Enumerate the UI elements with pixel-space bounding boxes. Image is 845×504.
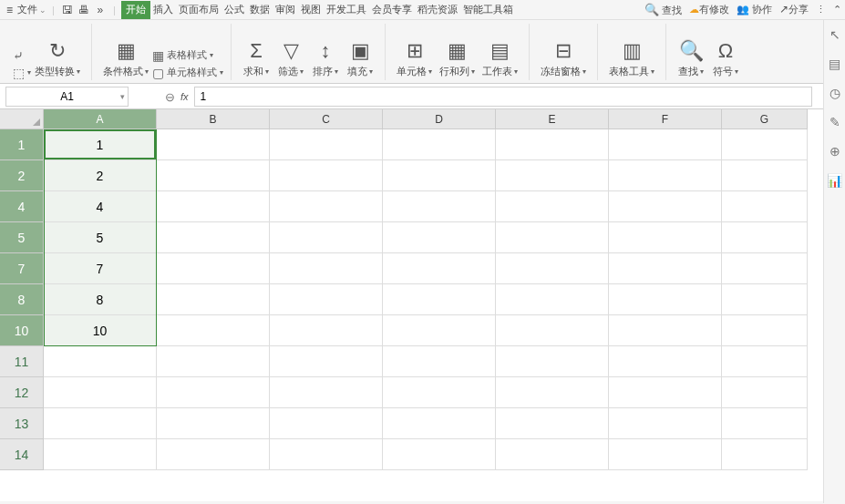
collab-button[interactable]: 👥 协作 <box>737 3 772 16</box>
cell-D10[interactable] <box>383 315 496 346</box>
tab-页面布局[interactable]: 页面布局 <box>176 1 222 19</box>
select-all-corner[interactable] <box>0 109 44 129</box>
row-header-10[interactable]: 10 <box>0 315 44 346</box>
cell-F8[interactable] <box>609 284 722 315</box>
cell-F1[interactable] <box>609 129 722 160</box>
row-header-14[interactable]: 14 <box>0 439 44 470</box>
cell-D1[interactable] <box>383 129 496 160</box>
cell-D11[interactable] <box>383 346 496 377</box>
cell-B14[interactable] <box>157 439 270 470</box>
cell-A4[interactable]: 4 <box>44 191 157 222</box>
row-header-7[interactable]: 7 <box>0 253 44 284</box>
col-header-B[interactable]: B <box>157 109 270 129</box>
cell-B10[interactable] <box>157 315 270 346</box>
cell-B11[interactable] <box>157 346 270 377</box>
cell-A7[interactable]: 7 <box>44 253 157 284</box>
tab-开发工具[interactable]: 开发工具 <box>324 1 369 19</box>
tab-会员专享[interactable]: 会员专享 <box>369 1 415 19</box>
cell-E13[interactable] <box>496 408 609 439</box>
row-header-4[interactable]: 4 <box>0 191 44 222</box>
cell-C5[interactable] <box>270 222 383 253</box>
cell-G5[interactable] <box>722 222 808 253</box>
tab-插入[interactable]: 插入 <box>150 1 176 19</box>
tab-审阅[interactable]: 审阅 <box>273 1 298 19</box>
col-header-F[interactable]: F <box>609 109 722 129</box>
cell-F10[interactable] <box>609 315 722 346</box>
globe-icon[interactable]: ⊕ <box>830 144 840 159</box>
cell-C8[interactable] <box>270 284 383 315</box>
cell-A10[interactable]: 10 <box>44 315 157 346</box>
find-button[interactable]: 🔍查找▾ <box>674 26 708 80</box>
chevron-down-icon[interactable]: ▾ <box>120 92 125 101</box>
name-box[interactable]: A1▾ <box>5 87 129 107</box>
cell-F5[interactable] <box>609 222 722 253</box>
cell-B13[interactable] <box>157 408 270 439</box>
sum-button[interactable]: Σ求和▾ <box>239 26 273 80</box>
col-header-D[interactable]: D <box>383 109 496 129</box>
cell-F11[interactable] <box>609 346 722 377</box>
cell-E7[interactable] <box>496 253 609 284</box>
cell-D14[interactable] <box>383 439 496 470</box>
type-convert-button[interactable]: ↻ 类型转换▾ <box>31 26 84 80</box>
cell-C13[interactable] <box>270 408 383 439</box>
cell-B7[interactable] <box>157 253 270 284</box>
cell-C2[interactable] <box>270 160 383 191</box>
rowcol-button[interactable]: ▦行和列▾ <box>436 26 479 80</box>
cell-G2[interactable] <box>722 160 808 191</box>
cell-E2[interactable] <box>496 160 609 191</box>
save-icon[interactable]: 🖫 <box>60 3 75 17</box>
cell-F2[interactable] <box>609 160 722 191</box>
tab-智能工具箱[interactable]: 智能工具箱 <box>460 1 516 19</box>
file-menu[interactable]: 文件 <box>17 3 37 16</box>
cond-format-button[interactable]: ▦ 条件格式▾ <box>99 26 152 80</box>
cell-E5[interactable] <box>496 222 609 253</box>
freeze-button[interactable]: ⊟冻结窗格▾ <box>537 26 590 80</box>
cell-B2[interactable] <box>157 160 270 191</box>
col-header-E[interactable]: E <box>496 109 609 129</box>
haschanges-label[interactable]: ☁有修改 <box>689 3 729 16</box>
cell-C14[interactable] <box>270 439 383 470</box>
row-header-5[interactable]: 5 <box>0 222 44 253</box>
cell-G11[interactable] <box>722 346 808 377</box>
cell-F14[interactable] <box>609 439 722 470</box>
fill-button[interactable]: ▣填充▾ <box>343 26 377 80</box>
search-button[interactable]: 🔍 查找 <box>644 3 682 17</box>
panel-icon[interactable]: ▤ <box>829 57 840 71</box>
tab-开始[interactable]: 开始 <box>121 1 150 19</box>
tab-稻壳资源[interactable]: 稻壳资源 <box>415 1 460 19</box>
cell-A12[interactable] <box>44 377 157 408</box>
cell-B1[interactable] <box>157 129 270 160</box>
sort-button[interactable]: ↕排序▾ <box>308 26 343 80</box>
table-style-button[interactable]: ▦表格样式▾ <box>152 48 223 63</box>
cell-A5[interactable]: 5 <box>44 222 157 253</box>
chart-icon[interactable]: 📊 <box>827 173 842 188</box>
cell-D13[interactable] <box>383 408 496 439</box>
cell-C1[interactable] <box>270 129 383 160</box>
hamburger-icon[interactable]: ≡ <box>4 4 15 16</box>
more-icon[interactable]: » <box>93 3 108 17</box>
cell-B12[interactable] <box>157 377 270 408</box>
row-header-13[interactable]: 13 <box>0 408 44 439</box>
cell-G12[interactable] <box>722 377 808 408</box>
tab-数据[interactable]: 数据 <box>247 1 273 19</box>
cell-E11[interactable] <box>496 346 609 377</box>
cell-G8[interactable] <box>722 284 808 315</box>
cell-F12[interactable] <box>609 377 722 408</box>
cell-A8[interactable]: 8 <box>44 284 157 315</box>
formula-input[interactable]: 1 <box>194 87 812 107</box>
cell-D2[interactable] <box>383 160 496 191</box>
cell-A13[interactable] <box>44 408 157 439</box>
fx-label[interactable]: fx <box>180 91 189 102</box>
cell-B8[interactable] <box>157 284 270 315</box>
col-header-G[interactable]: G <box>722 109 808 129</box>
row-header-8[interactable]: 8 <box>0 284 44 315</box>
cell-A1[interactable]: 1 <box>44 129 157 160</box>
cell-D7[interactable] <box>383 253 496 284</box>
history-icon[interactable]: ◷ <box>830 86 840 100</box>
cell-F13[interactable] <box>609 408 722 439</box>
worksheet-button[interactable]: ▤工作表▾ <box>479 26 521 80</box>
cell-B5[interactable] <box>157 222 270 253</box>
row-header-12[interactable]: 12 <box>0 377 44 408</box>
zoom-minus-icon[interactable]: ⊖ <box>165 90 175 104</box>
cell-E10[interactable] <box>496 315 609 346</box>
